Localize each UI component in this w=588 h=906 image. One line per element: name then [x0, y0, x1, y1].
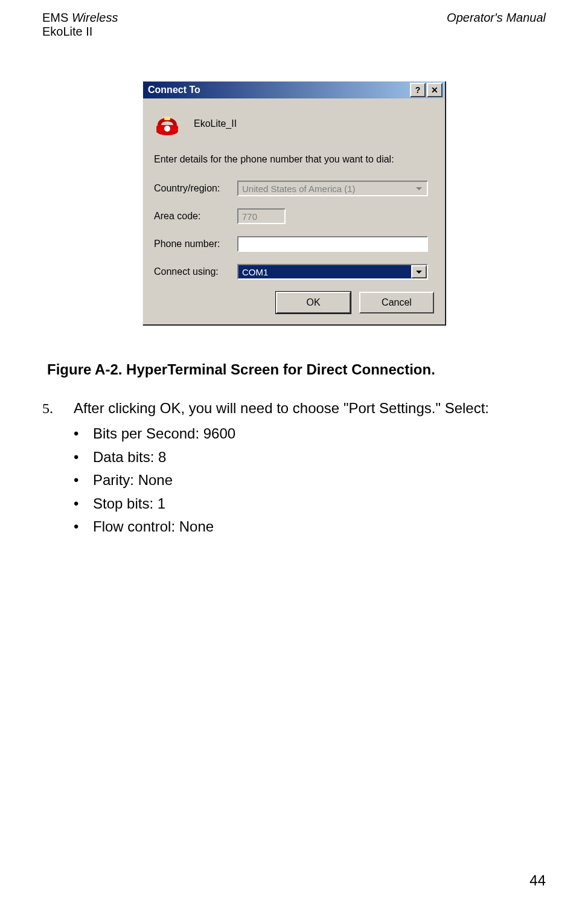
- country-combo: United States of America (1): [237, 181, 428, 196]
- page: EMS Wireless Operator's Manual EkoLite I…: [0, 0, 588, 906]
- connect-using-value: COM1: [238, 265, 411, 278]
- close-icon: ✕: [431, 85, 438, 95]
- label-connect: Connect using:: [154, 266, 237, 277]
- header-left-line2: EkoLite II: [42, 25, 546, 39]
- connection-name: EkoLite_II: [194, 118, 237, 129]
- svg-point-2: [164, 126, 170, 132]
- cancel-button[interactable]: Cancel: [359, 292, 434, 313]
- step-text: After clicking OK, you will need to choo…: [74, 399, 489, 418]
- row-country: Country/region: United States of America…: [154, 181, 434, 196]
- list-item: •Flow control: None: [74, 517, 546, 536]
- area-code-value: 770: [238, 210, 284, 223]
- connection-icon-row: EkoLite_II: [154, 111, 434, 137]
- chevron-down-icon: [416, 187, 422, 190]
- list-item: •Stop bits: 1: [74, 494, 546, 513]
- step-5: 5. After clicking OK, you will need to c…: [42, 399, 546, 418]
- list-item: •Parity: None: [74, 471, 546, 490]
- dialog-instruction: Enter details for the phone number that …: [154, 154, 434, 165]
- bullet-list: •Bits per Second: 9600 •Data bits: 8 •Pa…: [74, 424, 546, 536]
- help-icon: ?: [415, 85, 421, 95]
- svg-rect-3: [164, 117, 170, 120]
- titlebar: Connect To ? ✕: [143, 82, 445, 98]
- dialog-button-row: OK Cancel: [154, 292, 434, 313]
- list-item: •Bits per Second: 9600: [74, 424, 546, 443]
- connect-using-combo[interactable]: COM1: [237, 264, 428, 280]
- step-number: 5.: [42, 399, 74, 418]
- close-button[interactable]: ✕: [427, 83, 443, 97]
- dialog-container: Connect To ? ✕ EkoLite_II Enter detai: [42, 81, 546, 325]
- ok-button[interactable]: OK: [276, 292, 351, 313]
- country-value: United States of America (1): [238, 182, 411, 195]
- help-button[interactable]: ?: [410, 83, 426, 97]
- page-header: EMS Wireless Operator's Manual: [42, 11, 546, 25]
- row-area: Area code: 770: [154, 208, 434, 224]
- phone-value: [238, 237, 427, 251]
- connect-combo-button[interactable]: [411, 265, 427, 278]
- list-item: •Data bits: 8: [74, 448, 546, 467]
- dialog-body: EkoLite_II Enter details for the phone n…: [143, 98, 445, 324]
- connect-to-dialog: Connect To ? ✕ EkoLite_II Enter detai: [142, 81, 446, 325]
- header-left: EMS Wireless: [42, 11, 118, 25]
- label-phone: Phone number:: [154, 239, 237, 249]
- body-content: 5. After clicking OK, you will need to c…: [42, 399, 546, 536]
- row-connect: Connect using: COM1: [154, 264, 434, 280]
- page-number: 44: [529, 872, 546, 889]
- header-left-plain: EMS: [42, 11, 72, 24]
- figure-caption: Figure A-2. HyperTerminal Screen for Dir…: [42, 361, 546, 378]
- dialog-title: Connect To: [148, 85, 200, 95]
- area-code-input: 770: [237, 208, 286, 224]
- country-combo-button: [411, 182, 427, 195]
- phone-icon: [154, 111, 181, 137]
- label-country: Country/region:: [154, 183, 237, 194]
- label-area: Area code:: [154, 211, 237, 222]
- chevron-down-icon: [416, 271, 422, 274]
- phone-input[interactable]: [237, 236, 428, 252]
- header-left-italic: Wireless: [72, 11, 118, 24]
- row-phone: Phone number:: [154, 236, 434, 252]
- header-right: Operator's Manual: [447, 11, 546, 25]
